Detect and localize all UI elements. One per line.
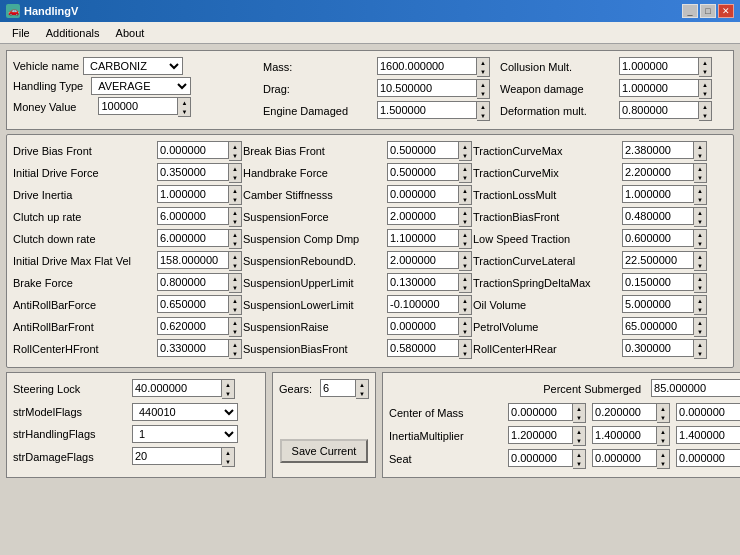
idm-up[interactable]: ▲ bbox=[229, 252, 241, 261]
sb-down[interactable]: ▼ bbox=[459, 349, 471, 358]
mass-input[interactable] bbox=[377, 57, 477, 75]
sl-down[interactable]: ▼ bbox=[459, 305, 471, 314]
clutch-down-input[interactable] bbox=[157, 229, 229, 247]
di-down[interactable]: ▼ bbox=[229, 195, 241, 204]
tlm-down[interactable]: ▼ bbox=[694, 195, 706, 204]
tlm-up[interactable]: ▲ bbox=[694, 186, 706, 195]
inertia-x-input[interactable] bbox=[508, 426, 573, 444]
sb-up[interactable]: ▲ bbox=[459, 340, 471, 349]
dbf-down[interactable]: ▼ bbox=[229, 151, 241, 160]
seat-x-input[interactable] bbox=[508, 449, 573, 467]
rchr-up[interactable]: ▲ bbox=[694, 340, 706, 349]
cs-up[interactable]: ▲ bbox=[459, 186, 471, 195]
tsd-up[interactable]: ▲ bbox=[694, 274, 706, 283]
initial-drive-force-input[interactable] bbox=[157, 163, 229, 181]
engine-damaged-input[interactable] bbox=[377, 101, 477, 119]
gears-down[interactable]: ▼ bbox=[356, 389, 368, 398]
str-model-flags-select[interactable]: 440010 bbox=[132, 403, 238, 421]
drive-bias-front-input[interactable] bbox=[157, 141, 229, 159]
menu-about[interactable]: About bbox=[108, 25, 153, 41]
engine-damaged-down-btn[interactable]: ▼ bbox=[477, 111, 489, 120]
com-y-down[interactable]: ▼ bbox=[657, 413, 669, 422]
traction-curve-mix-input[interactable] bbox=[622, 163, 694, 181]
str-handling-flags-select[interactable]: 1 bbox=[132, 425, 238, 443]
seat-x-down[interactable]: ▼ bbox=[573, 459, 585, 468]
gears-input[interactable] bbox=[320, 379, 356, 397]
cs-down[interactable]: ▼ bbox=[459, 195, 471, 204]
traction-curve-lateral-input[interactable] bbox=[622, 251, 694, 269]
hbf-up[interactable]: ▲ bbox=[459, 164, 471, 173]
lst-down[interactable]: ▼ bbox=[694, 239, 706, 248]
suspension-comp-dmp-input[interactable] bbox=[387, 229, 459, 247]
steering-lock-input[interactable] bbox=[132, 379, 222, 397]
sdf-up[interactable]: ▲ bbox=[222, 448, 234, 457]
drag-up-btn[interactable]: ▲ bbox=[477, 80, 489, 89]
roll-center-h-rear-input[interactable] bbox=[622, 339, 694, 357]
lst-up[interactable]: ▲ bbox=[694, 230, 706, 239]
rchf-down[interactable]: ▼ bbox=[229, 349, 241, 358]
traction-spring-delta-input[interactable] bbox=[622, 273, 694, 291]
suspension-rebound-input[interactable] bbox=[387, 251, 459, 269]
seat-x-up[interactable]: ▲ bbox=[573, 450, 585, 459]
drive-inertia-input[interactable] bbox=[157, 185, 229, 203]
anti-roll-bar-input[interactable] bbox=[157, 295, 229, 313]
tcmax-down[interactable]: ▼ bbox=[694, 151, 706, 160]
sr-down[interactable]: ▼ bbox=[459, 261, 471, 270]
im-y-up[interactable]: ▲ bbox=[657, 427, 669, 436]
collision-mult-up-btn[interactable]: ▲ bbox=[699, 58, 711, 67]
pv-up[interactable]: ▲ bbox=[694, 318, 706, 327]
traction-curve-max-input[interactable] bbox=[622, 141, 694, 159]
sf-up[interactable]: ▲ bbox=[459, 208, 471, 217]
money-value-input[interactable] bbox=[98, 97, 178, 115]
collision-mult-input[interactable] bbox=[619, 57, 699, 75]
rchf-up[interactable]: ▲ bbox=[229, 340, 241, 349]
close-button[interactable]: ✕ bbox=[718, 4, 734, 18]
weapon-damage-up-btn[interactable]: ▲ bbox=[699, 80, 711, 89]
cu-up[interactable]: ▲ bbox=[229, 208, 241, 217]
engine-damaged-up-btn[interactable]: ▲ bbox=[477, 102, 489, 111]
money-down-btn[interactable]: ▼ bbox=[178, 107, 190, 116]
sl-up[interactable]: ▲ bbox=[459, 296, 471, 305]
su-up[interactable]: ▲ bbox=[459, 274, 471, 283]
handbrake-force-input[interactable] bbox=[387, 163, 459, 181]
idf-up[interactable]: ▲ bbox=[229, 164, 241, 173]
low-speed-traction-input[interactable] bbox=[622, 229, 694, 247]
tcmix-down[interactable]: ▼ bbox=[694, 173, 706, 182]
su-down[interactable]: ▼ bbox=[459, 283, 471, 292]
pv-down[interactable]: ▼ bbox=[694, 327, 706, 336]
inertia-z-input[interactable] bbox=[676, 426, 740, 444]
im-x-down[interactable]: ▼ bbox=[573, 436, 585, 445]
money-up-btn[interactable]: ▲ bbox=[178, 98, 190, 107]
drag-input[interactable] bbox=[377, 79, 477, 97]
oil-volume-input[interactable] bbox=[622, 295, 694, 313]
cu-down[interactable]: ▼ bbox=[229, 217, 241, 226]
save-current-button[interactable]: Save Current bbox=[280, 439, 369, 463]
arb-down[interactable]: ▼ bbox=[229, 305, 241, 314]
seat-y-input[interactable] bbox=[592, 449, 657, 467]
menu-additionals[interactable]: Additionals bbox=[38, 25, 108, 41]
arbf-up[interactable]: ▲ bbox=[229, 318, 241, 327]
seat-y-up[interactable]: ▲ bbox=[657, 450, 669, 459]
bbf-down[interactable]: ▼ bbox=[459, 151, 471, 160]
im-y-down[interactable]: ▼ bbox=[657, 436, 669, 445]
rchr-down[interactable]: ▼ bbox=[694, 349, 706, 358]
bbf-up[interactable]: ▲ bbox=[459, 142, 471, 151]
collision-mult-down-btn[interactable]: ▼ bbox=[699, 67, 711, 76]
maximize-button[interactable]: □ bbox=[700, 4, 716, 18]
weapon-damage-input[interactable] bbox=[619, 79, 699, 97]
sr2-down[interactable]: ▼ bbox=[459, 327, 471, 336]
seat-z-input[interactable] bbox=[676, 449, 740, 467]
ov-down[interactable]: ▼ bbox=[694, 305, 706, 314]
deformation-mult-up-btn[interactable]: ▲ bbox=[699, 102, 711, 111]
deformation-mult-input[interactable] bbox=[619, 101, 699, 119]
vehicle-name-select[interactable]: CARBONIZ bbox=[83, 57, 183, 75]
suspension-upper-input[interactable] bbox=[387, 273, 459, 291]
mass-up-btn[interactable]: ▲ bbox=[477, 58, 489, 67]
seat-y-down[interactable]: ▼ bbox=[657, 459, 669, 468]
traction-bias-front-input[interactable] bbox=[622, 207, 694, 225]
inertia-y-input[interactable] bbox=[592, 426, 657, 444]
gears-up[interactable]: ▲ bbox=[356, 380, 368, 389]
tbf-down[interactable]: ▼ bbox=[694, 217, 706, 226]
arbf-down[interactable]: ▼ bbox=[229, 327, 241, 336]
com-x-down[interactable]: ▼ bbox=[573, 413, 585, 422]
